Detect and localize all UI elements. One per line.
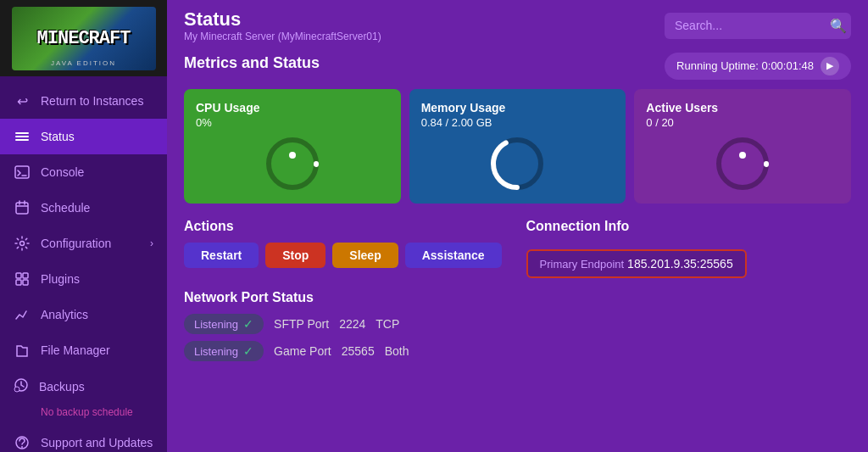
port-row-sftp: Listening ✓ SFTP Port 2224 TCP xyxy=(184,314,851,334)
sftp-check-icon: ✓ xyxy=(243,317,253,331)
page-title: Status xyxy=(184,8,381,31)
console-icon xyxy=(14,164,31,181)
svg-point-14 xyxy=(269,140,316,187)
actions-buttons: Restart Stop Sleep Assistance xyxy=(184,243,509,268)
stop-button[interactable]: Stop xyxy=(265,243,326,268)
sidebar-schedule-label: Schedule xyxy=(41,201,153,215)
backups-sub-label: No backup schedule xyxy=(0,405,167,425)
svg-rect-2 xyxy=(15,139,29,141)
game-listening-badge: Listening ✓ xyxy=(184,341,264,361)
analytics-icon xyxy=(14,306,31,323)
sidebar-item-file-manager[interactable]: File Manager xyxy=(0,332,167,368)
game-status-text: Listening xyxy=(194,345,238,358)
plugins-icon xyxy=(14,271,31,287)
cpu-card-value: 0% xyxy=(196,116,212,129)
users-card-value: 0 / 20 xyxy=(646,116,674,129)
sidebar-status-label: Status xyxy=(41,130,153,143)
connection-section: Connection Info Primary Endpoint 185.201… xyxy=(526,215,852,278)
metrics-grid: CPU Usage 0% Memory Usage 0.84 / 2.00 GB xyxy=(184,89,851,204)
svg-rect-9 xyxy=(23,280,28,285)
users-card-title: Active Users xyxy=(646,101,718,114)
memory-card-value: 0.84 / 2.00 GB xyxy=(421,116,492,129)
sidebar-backups-section: Backups No backup schedule xyxy=(0,368,167,425)
sidebar-nav: ↩ Return to Instances Status xyxy=(0,76,167,452)
logo-text: MINECRAFT xyxy=(37,28,131,49)
backups-label: Backups xyxy=(39,380,153,393)
backups-icon xyxy=(14,377,29,395)
svg-point-13 xyxy=(21,446,23,448)
sidebar-console-label: Console xyxy=(41,165,153,179)
cpu-card-title: CPU Usage xyxy=(196,101,259,114)
metric-card-memory: Memory Usage 0.84 / 2.00 GB xyxy=(409,89,626,204)
chevron-right-icon: › xyxy=(150,237,153,249)
sleep-button[interactable]: Sleep xyxy=(332,243,398,268)
page-subtitle: My Minecraft Server (MyMinecraftServer01… xyxy=(184,31,381,42)
svg-rect-3 xyxy=(15,166,29,178)
sidebar-item-analytics[interactable]: Analytics xyxy=(0,297,167,332)
connection-endpoint-value: 185.201.9.35:25565 xyxy=(627,257,733,271)
sidebar: MINECRAFT JAVA EDITION ↩ Return to Insta… xyxy=(0,0,167,452)
content-area: Metrics and Status Running Uptime: 0:00:… xyxy=(167,47,868,452)
memory-gauge xyxy=(487,134,547,197)
game-protocol: Both xyxy=(385,344,409,358)
search-input[interactable] xyxy=(675,19,823,32)
sftp-port-number: 2224 xyxy=(339,317,365,331)
sidebar-analytics-label: Analytics xyxy=(41,308,153,321)
sidebar-item-return[interactable]: ↩ Return to Instances xyxy=(0,83,167,119)
sidebar-item-plugins[interactable]: Plugins xyxy=(0,261,167,297)
search-icon[interactable]: 🔍 xyxy=(830,18,847,34)
connection-label: Primary Endpoint xyxy=(540,258,625,271)
memory-card-title: Memory Usage xyxy=(421,101,506,114)
sftp-listening-badge: Listening ✓ xyxy=(184,314,264,334)
actions-section: Actions Restart Stop Sleep Assistance xyxy=(184,215,509,268)
svg-rect-6 xyxy=(16,273,21,278)
svg-point-16 xyxy=(289,152,296,159)
uptime-play-button[interactable]: ▶ xyxy=(821,57,839,75)
schedule-icon xyxy=(14,199,31,216)
sidebar-item-console[interactable]: Console xyxy=(0,154,167,190)
main-content: Status My Minecraft Server (MyMinecraftS… xyxy=(167,0,868,452)
configuration-icon xyxy=(14,235,31,252)
actions-connection-row: Actions Restart Stop Sleep Assistance Co… xyxy=(184,215,851,278)
file-manager-icon xyxy=(14,342,31,359)
minecraft-logo: MINECRAFT JAVA EDITION xyxy=(12,7,156,70)
sidebar-item-status[interactable]: Status xyxy=(0,119,167,154)
assistance-button[interactable]: Assistance xyxy=(405,243,502,268)
network-title: Network Port Status xyxy=(184,290,851,305)
svg-rect-8 xyxy=(16,280,21,285)
port-row-game: Listening ✓ Game Port 25565 Both xyxy=(184,341,851,361)
metric-card-users: Active Users 0 / 20 xyxy=(634,89,851,204)
restart-button[interactable]: Restart xyxy=(184,243,259,268)
uptime-badge: Running Uptime: 0:00:01:48 ▶ xyxy=(665,53,851,80)
sidebar-item-schedule[interactable]: Schedule xyxy=(0,190,167,226)
svg-rect-0 xyxy=(15,132,29,134)
sftp-port-label: SFTP Port xyxy=(274,317,329,331)
metrics-title: Metrics and Status xyxy=(184,54,320,72)
svg-rect-7 xyxy=(23,273,28,278)
search-bar[interactable]: 🔍 xyxy=(665,13,851,39)
sidebar-item-configuration[interactable]: Configuration › xyxy=(0,226,167,261)
users-gauge xyxy=(713,134,772,197)
sidebar-item-backups[interactable]: Backups xyxy=(0,368,167,405)
sidebar-filemanager-label: File Manager xyxy=(41,343,153,357)
metrics-header: Metrics and Status Running Uptime: 0:00:… xyxy=(184,51,851,81)
return-icon: ↩ xyxy=(14,92,31,109)
svg-point-21 xyxy=(739,152,746,159)
svg-rect-4 xyxy=(16,203,28,214)
svg-rect-1 xyxy=(15,136,29,137)
svg-point-11 xyxy=(14,387,19,392)
logo-sub: JAVA EDITION xyxy=(51,59,116,67)
cpu-gauge xyxy=(263,134,322,197)
sidebar-item-support[interactable]: Support and Updates xyxy=(0,425,167,452)
sftp-status-text: Listening xyxy=(194,318,238,331)
sidebar-item-label: Return to Instances xyxy=(41,94,153,108)
header: Status My Minecraft Server (MyMinecraftS… xyxy=(167,0,868,47)
header-title-area: Status My Minecraft Server (MyMinecraftS… xyxy=(184,8,381,42)
game-check-icon: ✓ xyxy=(243,344,253,358)
network-section: Network Port Status Listening ✓ SFTP Por… xyxy=(184,290,851,361)
uptime-text: Running Uptime: 0:00:01:48 xyxy=(676,59,814,72)
metric-card-cpu: CPU Usage 0% xyxy=(184,89,401,204)
sftp-protocol: TCP xyxy=(376,317,399,331)
game-port-number: 25565 xyxy=(342,344,375,358)
svg-point-19 xyxy=(719,140,766,187)
